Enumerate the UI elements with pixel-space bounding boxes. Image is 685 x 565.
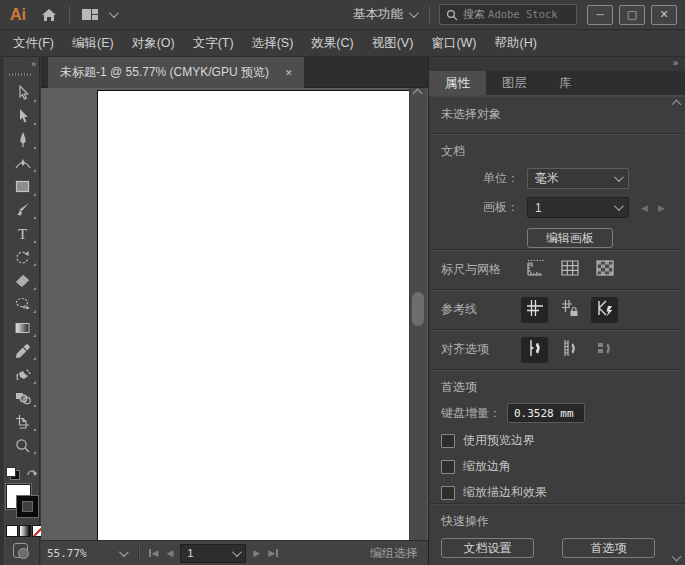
window-controls: ─ ▢ ✕ [587,5,677,25]
collapse-panel-icon[interactable]: » [673,58,677,68]
show-rulers-button[interactable] [521,257,548,283]
show-transparency-grid-button[interactable] [591,257,618,283]
tool-flyout-indicator [33,240,36,243]
snap-to-grid-button[interactable] [556,337,583,363]
rectangle-tool[interactable] [5,175,40,199]
chevron-down-icon [232,547,242,557]
tool-flyout-indicator [33,428,36,431]
draw-mode-icon[interactable] [13,543,28,558]
curvature-tool[interactable] [5,152,40,176]
default-fill-stroke-icon[interactable] [6,467,20,480]
tool-flyout-indicator [33,216,36,219]
artboard-tool[interactable] [5,410,40,434]
direct-selection-tool[interactable] [5,105,40,129]
menu-item-8[interactable]: 帮助(H) [486,35,546,52]
zoom-level-dropdown[interactable]: 55.77% [41,547,119,560]
home-icon[interactable] [36,4,62,26]
checkbox-2[interactable] [441,486,455,500]
document-tab[interactable]: 未标题-1 @ 55.77% (CMYK/GPU 预览) ✕ [48,57,304,88]
chevron-down-icon[interactable] [109,8,119,18]
divider [429,6,430,24]
chevron-down-icon[interactable] [119,547,129,557]
panel-tab-1[interactable]: 图层 [486,71,543,95]
rotate-tool[interactable] [5,246,40,270]
tool-flyout-indicator [33,381,36,384]
menu-item-4[interactable]: 选择(S) [243,35,303,52]
symbol-sprayer-tool[interactable] [5,363,40,387]
minimize-button[interactable]: ─ [587,5,613,25]
artboard-dropdown[interactable]: 1 [527,197,629,218]
close-tab-icon[interactable]: ✕ [285,68,293,78]
menu-item-6[interactable]: 视图(V) [363,35,423,52]
menu-item-2[interactable]: 对象(O) [123,35,184,52]
scroll-up-icon[interactable] [413,89,423,99]
no-selection-header: 未选择对象 [429,96,685,134]
last-artboard-button[interactable]: ▶ [264,548,282,558]
show-guides-button[interactable] [521,297,548,323]
artboard-navigation-field[interactable]: 1 [180,544,246,563]
keyboard-increment-field[interactable]: 0.3528 mm [507,403,585,423]
smart-guides-button[interactable] [591,297,618,323]
swap-fill-stroke-icon[interactable] [26,467,38,481]
snap-to-pixel-button[interactable] [591,337,618,363]
gradient-button[interactable] [19,525,31,537]
grid-icon [561,260,579,279]
first-artboard-button[interactable]: ◀ [144,548,162,558]
tool-flyout-indicator [33,357,36,360]
close-button[interactable]: ✕ [651,5,677,25]
tool-flyout-indicator [33,146,36,149]
document-setup-button[interactable]: 文档设置 [441,538,534,558]
stroke-color-swatch[interactable] [17,496,38,517]
canvas[interactable] [41,88,428,540]
panel-tab-0[interactable]: 属性 [429,71,486,95]
previous-artboard-button[interactable]: ◀ [162,548,177,558]
edit-artboards-button[interactable]: 编辑画板 [527,228,613,248]
previous-artboard-icon[interactable]: ◀ [641,203,648,213]
shape-builder-tool[interactable] [5,387,40,411]
arrange-documents-icon[interactable] [77,4,103,26]
snap-to-point-button[interactable] [521,337,548,363]
menu-item-0[interactable]: 文件(F) [4,35,63,52]
checkbox-1[interactable] [441,460,455,474]
unit-dropdown[interactable]: 毫米 [527,168,629,189]
stock-search-input[interactable]: 搜索 Adobe Stock [439,4,577,25]
menu-item-5[interactable]: 效果(C) [302,35,362,52]
zoom-tool[interactable] [5,434,40,458]
artboard-value: 1 [535,201,542,215]
svg-text:T: T [18,226,27,241]
gradient-tool[interactable] [5,316,40,340]
color-button[interactable] [6,525,18,537]
menu-item-1[interactable]: 编辑(E) [63,35,123,52]
eyedropper-tool[interactable] [5,340,40,364]
next-artboard-icon[interactable]: ▶ [658,203,665,213]
snap-options-label: 对齐选项 [441,341,521,358]
transparency-grid-icon [596,260,614,279]
search-placeholder-brand: Adobe Stock [488,8,558,20]
checkbox-0[interactable] [441,434,455,448]
collapse-tools-icon[interactable]: » [31,59,35,69]
snap-grid-icon [561,339,579,360]
artboard[interactable] [97,90,410,540]
toolbar-grip[interactable] [9,73,33,76]
lasso-tool[interactable] [5,293,40,317]
canvas-vertical-scrollbar[interactable] [409,88,427,540]
maximize-button[interactable]: ▢ [619,5,645,25]
eraser-tool[interactable] [5,269,40,293]
type-tool[interactable]: T [5,222,40,246]
preferences-title: 首选项 [441,380,477,394]
panel-tab-2[interactable]: 库 [543,71,588,95]
selection-tool[interactable] [5,81,40,105]
next-artboard-button[interactable]: ▶ [249,548,264,558]
show-grid-button[interactable] [556,257,583,283]
illustrator-window: Ai 基本功能 搜索 Adobe Stock ─ ▢ ✕ 文件(F)编辑(E)对… [0,0,685,565]
workspace-switcher[interactable]: 基本功能 [347,0,422,29]
lock-guides-button[interactable] [556,297,583,323]
pref-check-row-2: 缩放描边和效果 [441,484,673,501]
pen-tool[interactable] [5,128,40,152]
paintbrush-tool[interactable] [5,199,40,223]
scrollbar-thumb[interactable] [412,292,424,326]
menu-item-7[interactable]: 窗口(W) [422,35,485,52]
preferences-button[interactable]: 首选项 [562,538,655,558]
menu-item-3[interactable]: 文字(T) [184,35,243,52]
search-placeholder-prefix: 搜索 [463,8,485,20]
